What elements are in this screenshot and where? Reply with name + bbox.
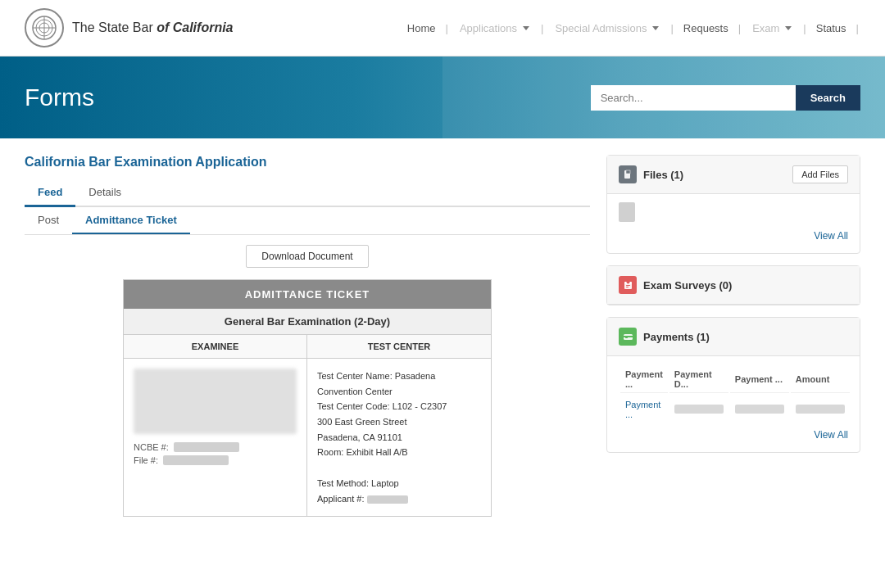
search-button[interactable]: Search [796, 85, 860, 111]
payment-col-2: Payment D... [669, 366, 728, 393]
file-label: File #: [134, 455, 158, 465]
ticket-examinee-col: NCBE #: File #: [124, 359, 307, 516]
chevron-down-icon [523, 26, 529, 30]
svg-rect-6 [626, 170, 630, 174]
files-card-header: Files (1) Add Files [607, 156, 860, 194]
ticket-column-headers: EXAMINEE TEST CENTER [124, 335, 491, 359]
payment-link[interactable]: Payment ... [625, 400, 660, 419]
exam-surveys-title: Exam Surveys (0) [619, 276, 732, 294]
main-tabs: Feed Details [25, 179, 590, 207]
payment-col-4: Amount [791, 366, 850, 393]
svg-rect-15 [625, 337, 628, 338]
logo-text: The State Bar of California [72, 20, 234, 35]
payment-date-blurred [674, 405, 724, 414]
ticket-header: ADMITTANCE TICKET [124, 280, 491, 309]
exam-surveys-card: Exam Surveys (0) [606, 265, 860, 305]
payment-amount-blurred [796, 405, 845, 414]
ticket-body: NCBE #: File #: Test Center Name: Pasade… [124, 359, 491, 516]
payment-type-blurred [735, 405, 784, 414]
center-line-3: Pasadena, CA 91101 [317, 432, 402, 442]
top-navigation: The State Bar of California Home | Appli… [0, 0, 885, 57]
center-line-5: Test Method: Laptop [317, 478, 399, 488]
svg-rect-11 [626, 285, 630, 286]
examinee-photo-blurred [134, 369, 297, 434]
files-title: Files (1) [619, 165, 683, 183]
svg-point-10 [626, 280, 629, 283]
payments-card: Payments (1) Payment ... Payment D... Pa… [606, 317, 860, 453]
svg-rect-12 [626, 287, 629, 287]
center-line-2: 300 East Green Street [317, 417, 406, 427]
nav-item-applications[interactable]: Applications [453, 19, 536, 38]
nav-item-special-admissions[interactable]: Special Admissions [548, 19, 665, 38]
files-card: Files (1) Add Files View All [606, 155, 860, 254]
payments-card-header: Payments (1) [607, 318, 860, 356]
nav-item-exam[interactable]: Exam [746, 19, 798, 38]
ncbe-line: NCBE #: [134, 442, 297, 452]
sub-tabs: Post Admittance Ticket [25, 207, 590, 235]
tab-feed[interactable]: Feed [25, 179, 75, 207]
admittance-ticket: ADMITTANCE TICKET General Bar Examinatio… [123, 279, 492, 517]
col-header-test-center: TEST CENTER [307, 335, 491, 358]
payment-row: Payment ... [620, 395, 850, 424]
payments-card-body: Payment ... Payment D... Payment ... Amo… [607, 356, 860, 452]
col-header-examinee: EXAMINEE [124, 335, 307, 358]
payments-icon [619, 328, 637, 346]
sub-tab-admittance-ticket[interactable]: Admittance Ticket [72, 207, 190, 234]
download-area: Download Document [25, 245, 590, 268]
center-line-1: Test Center Code: L102 - C2307 [317, 401, 447, 411]
center-line-6: Applicant #: [317, 494, 408, 504]
download-document-button[interactable]: Download Document [246, 245, 368, 268]
nav-item-home[interactable]: Home [402, 19, 441, 38]
ticket-test-center-col: Test Center Name: Pasadena Convention Ce… [307, 359, 491, 516]
logo-seal [25, 8, 64, 47]
payments-title: Payments (1) [619, 328, 710, 346]
hero-banner: Forms Search [0, 57, 885, 138]
center-line-4: Room: Exhibit Hall A/B [317, 447, 408, 457]
svg-rect-8 [624, 283, 632, 289]
nav-divider-4: | [738, 22, 741, 34]
file-thumbnail [619, 202, 635, 222]
right-panel: Files (1) Add Files View All [606, 155, 860, 464]
files-view-all[interactable]: View All [619, 227, 848, 245]
main-content: California Bar Examination Application F… [0, 138, 885, 533]
file-value-blurred [163, 455, 229, 465]
sub-tab-post[interactable]: Post [25, 207, 72, 234]
logo: The State Bar of California [25, 8, 234, 47]
ncbe-label: NCBE #: [134, 442, 169, 452]
center-line-0: Test Center Name: Pasadena Convention Ce… [317, 371, 435, 396]
chevron-down-icon-3 [785, 26, 792, 30]
chevron-down-icon-2 [652, 26, 659, 30]
svg-rect-14 [624, 336, 633, 337]
left-panel: California Bar Examination Application F… [25, 155, 590, 517]
search-input[interactable] [591, 85, 796, 111]
files-card-body: View All [607, 194, 860, 253]
nav-item-status[interactable]: Status [811, 19, 851, 38]
nav-item-requests[interactable]: Requests [678, 19, 733, 38]
tab-details[interactable]: Details [75, 179, 134, 207]
nav-divider-5: | [803, 22, 806, 34]
hero-title: Forms [25, 84, 94, 111]
nav-links: Home | Applications | Special Admissions… [402, 19, 860, 38]
nav-divider-3: | [670, 22, 673, 34]
files-icon [619, 165, 637, 183]
payments-table: Payment ... Payment D... Payment ... Amo… [619, 364, 851, 426]
exam-surveys-header: Exam Surveys (0) [607, 266, 860, 305]
payments-view-all[interactable]: View All [619, 426, 848, 444]
file-line: File #: [134, 455, 297, 465]
payment-col-3: Payment ... [730, 366, 789, 393]
nav-divider-1: | [446, 22, 448, 34]
nav-divider-6: | [856, 22, 859, 34]
page-title: California Bar Examination Application [25, 155, 590, 170]
payment-col-1: Payment ... [620, 366, 668, 393]
exam-surveys-icon [619, 276, 637, 294]
hero-search-area: Search [591, 85, 860, 111]
ncbe-value-blurred [174, 442, 239, 452]
add-files-button[interactable]: Add Files [792, 165, 848, 183]
applicant-number-blurred [367, 495, 408, 504]
nav-divider-2: | [541, 22, 543, 34]
ticket-subheader: General Bar Examination (2-Day) [124, 309, 491, 335]
